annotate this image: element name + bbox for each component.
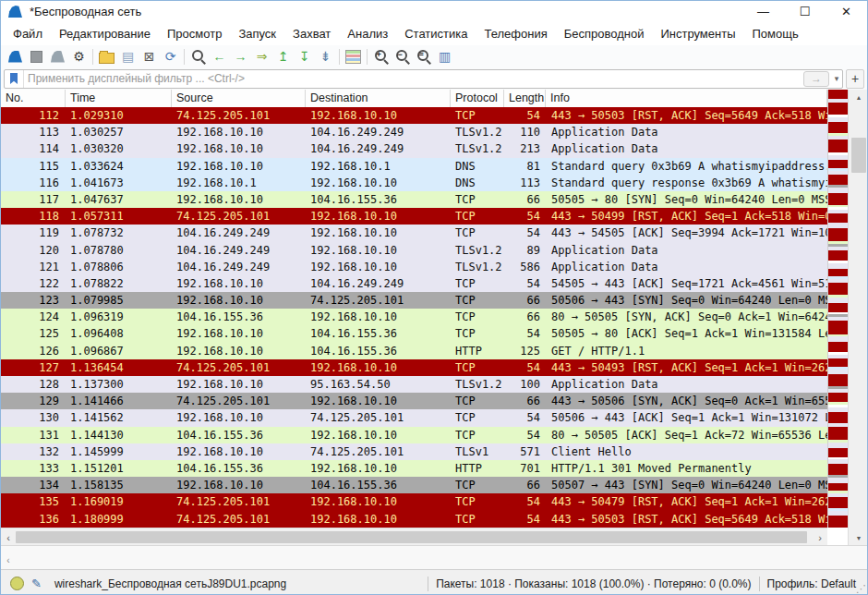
cell-info: 80 → 50505 [ACK] Seq=1 Ack=72 Win=65536 … (546, 427, 827, 443)
auto-scroll-icon[interactable]: ⇟ (315, 46, 336, 67)
packet-row-128[interactable]: 1281.137300192.168.10.1095.163.54.50TLSv… (1, 376, 827, 393)
vertical-scrollbar[interactable]: ▲ ▼ (848, 90, 868, 545)
column-header-protocol[interactable]: Protocol (451, 90, 504, 107)
cell-time: 1.151201 (66, 460, 172, 477)
scroll-left-arrow-icon[interactable]: ‹ (1, 528, 16, 546)
cell-no: 122 (1, 275, 66, 292)
go-back-icon[interactable]: ← (209, 46, 230, 67)
strip-left-arrow-icon[interactable]: ‹ (1, 552, 16, 568)
filter-add-button[interactable]: + (846, 69, 864, 89)
packet-row-132[interactable]: 1321.145999192.168.10.1074.125.205.101TL… (1, 443, 827, 460)
capture-comment-icon[interactable]: ✎ (31, 577, 42, 590)
packet-row-117[interactable]: 1171.047637192.168.10.10104.16.155.36TCP… (1, 191, 827, 208)
cell-no: 136 (1, 511, 66, 528)
restart-capture-icon[interactable] (47, 46, 68, 67)
resize-columns-icon[interactable]: ▥ (434, 46, 455, 67)
colorize-packets-icon[interactable] (343, 46, 364, 67)
vertical-scrollbar-thumb[interactable] (851, 138, 866, 173)
minimize-button[interactable]: — (742, 1, 784, 22)
packet-row-115[interactable]: 1151.033624192.168.10.10192.168.10.1DNS8… (1, 158, 827, 175)
packet-row-116[interactable]: 1161.041673192.168.10.1192.168.10.10DNS1… (1, 175, 827, 191)
packet-row-125[interactable]: 1251.096408192.168.10.10104.16.155.36TCP… (1, 325, 827, 342)
menu-item-2[interactable]: Просмотр (159, 27, 230, 41)
packet-row-127[interactable]: 1271.13645474.125.205.101192.168.10.10TC… (1, 359, 827, 376)
packet-row-119[interactable]: 1191.078732104.16.249.249192.168.10.10TC… (1, 225, 827, 241)
menu-item-8[interactable]: Беспроводной (556, 27, 653, 41)
packet-row-124[interactable]: 1241.096319104.16.155.36192.168.10.10TCP… (1, 309, 827, 325)
stop-capture-icon[interactable] (26, 46, 47, 67)
open-file-icon[interactable] (96, 46, 117, 67)
menu-item-7[interactable]: Телефония (476, 27, 555, 41)
display-filter-input[interactable] (24, 72, 803, 86)
profile-label[interactable]: Профиль: Default (767, 577, 857, 590)
scroll-down-arrow-icon[interactable]: ▼ (849, 530, 868, 545)
go-forward-icon[interactable]: → (230, 46, 251, 67)
menu-item-1[interactable]: Редактирование (51, 27, 159, 41)
menu-item-10[interactable]: Помощь (744, 27, 807, 41)
save-file-icon[interactable]: ▤ (117, 46, 139, 67)
menu-item-0[interactable]: Файл (5, 27, 51, 41)
column-header-time[interactable]: Time (66, 90, 172, 107)
close-button[interactable]: ✕ (826, 1, 867, 22)
cell-src: 104.16.249.249 (172, 259, 306, 275)
menu-item-5[interactable]: Анализ (339, 27, 396, 41)
packet-row-134[interactable]: 1341.158135192.168.10.10104.16.155.36TCP… (1, 477, 827, 493)
packet-row-131[interactable]: 1311.144130104.16.155.36192.168.10.10TCP… (1, 427, 827, 443)
packet-row-123[interactable]: 1231.079985192.168.10.1074.125.205.101TC… (1, 292, 827, 309)
start-capture-icon[interactable] (5, 46, 26, 67)
packet-row-118[interactable]: 1181.05731174.125.205.101192.168.10.10TC… (1, 208, 827, 225)
horizontal-scrollbar-thumb[interactable] (16, 531, 807, 543)
column-header-source[interactable]: Source (172, 90, 306, 107)
find-packet-icon[interactable] (187, 46, 209, 67)
filter-apply-button[interactable]: → (803, 71, 829, 87)
zoom-in-icon[interactable]: + (370, 46, 392, 67)
packet-row-133[interactable]: 1331.151201104.16.155.36192.168.10.10HTT… (1, 460, 827, 477)
packet-row-122[interactable]: 1221.078822192.168.10.10104.16.249.249TC… (1, 275, 827, 292)
packet-row-136[interactable]: 1361.18099974.125.205.101192.168.10.10TC… (1, 511, 827, 528)
wireshark-logo-icon (8, 6, 22, 18)
resize-grip-icon[interactable]: ⋰ (856, 583, 866, 595)
go-to-packet-icon[interactable]: ⇒ (251, 46, 272, 67)
packet-row-113[interactable]: 1131.030257192.168.10.10104.16.249.249TL… (1, 124, 827, 140)
cell-src: 192.168.10.10 (172, 275, 306, 292)
go-last-icon[interactable]: ↧ (294, 46, 315, 67)
cell-dst: 192.168.10.10 (306, 511, 451, 528)
packet-row-114[interactable]: 1141.030320192.168.10.10104.16.249.249TL… (1, 140, 827, 157)
packet-row-129[interactable]: 1291.14146674.125.205.101192.168.10.10TC… (1, 393, 827, 409)
menu-item-9[interactable]: Инструменты (652, 27, 743, 41)
cell-proto: TLSv1.2 (451, 140, 504, 157)
zoom-out-icon[interactable]: − (392, 46, 413, 67)
cell-len: 213 (504, 140, 546, 157)
menu-item-3[interactable]: Запуск (230, 27, 284, 41)
menu-item-4[interactable]: Захват (284, 27, 339, 41)
horizontal-scrollbar[interactable]: ‹ › (1, 528, 827, 546)
cell-len: 54 (504, 225, 546, 241)
cell-info: 80 → 50505 [SYN, ACK] Seq=0 Ack=1 Win=64… (546, 309, 827, 325)
packet-row-112[interactable]: 1121.02931074.125.205.101192.168.10.10TC… (1, 107, 827, 124)
packet-row-121[interactable]: 1211.078806104.16.249.249192.168.10.10TL… (1, 259, 827, 275)
expert-info-icon[interactable] (10, 577, 24, 590)
packet-row-120[interactable]: 1201.078780104.16.249.249192.168.10.10TL… (1, 242, 827, 259)
close-file-icon[interactable]: ⊠ (139, 46, 160, 67)
cell-time: 1.158135 (66, 477, 172, 493)
menu-bar: ФайлРедактированиеПросмотрЗапускЗахватАн… (1, 22, 867, 46)
packet-row-130[interactable]: 1301.141562192.168.10.1074.125.205.101TC… (1, 409, 827, 426)
column-header-length[interactable]: Length (504, 90, 546, 107)
filter-bookmark-button[interactable] (5, 70, 24, 88)
filter-dropdown-caret[interactable]: ▾ (831, 71, 842, 87)
packet-row-135[interactable]: 1351.16901974.125.205.101192.168.10.10TC… (1, 493, 827, 510)
cell-dst: 192.168.10.10 (306, 460, 451, 477)
go-first-icon[interactable]: ↥ (272, 46, 294, 67)
reload-file-icon[interactable]: ⟳ (160, 46, 181, 67)
scroll-right-arrow-icon[interactable]: › (813, 528, 827, 546)
maximize-button[interactable]: ☐ (784, 1, 826, 22)
packet-minimap[interactable] (827, 90, 849, 528)
zoom-original-icon[interactable]: = (413, 46, 434, 67)
scroll-up-arrow-icon[interactable]: ▲ (849, 90, 868, 104)
column-header-destination[interactable]: Destination (306, 90, 451, 107)
packet-row-126[interactable]: 1261.096867192.168.10.10104.16.155.36HTT… (1, 343, 827, 359)
menu-item-6[interactable]: Статистика (396, 27, 476, 41)
column-header-info[interactable]: Info (546, 90, 827, 107)
capture-options-icon[interactable]: ⚙ (68, 46, 90, 67)
column-header-no[interactable]: No. (1, 90, 66, 107)
